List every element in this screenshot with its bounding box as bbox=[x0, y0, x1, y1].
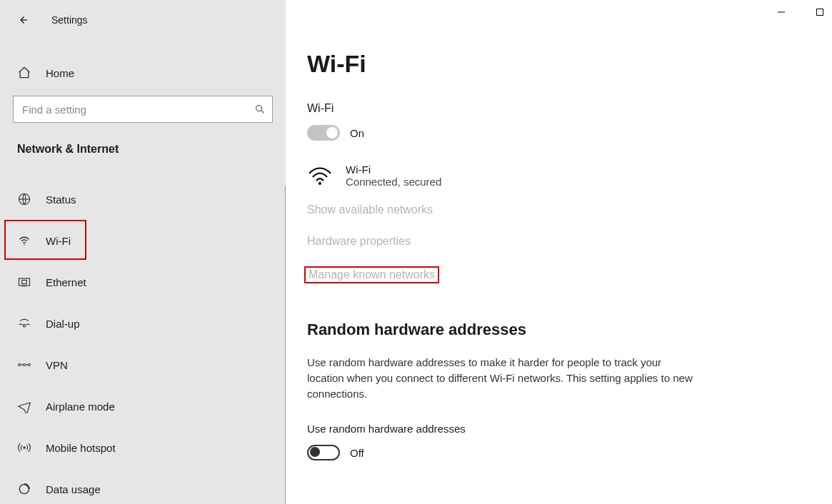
hotspot-icon bbox=[17, 440, 31, 455]
wifi-section-label: Wi-Fi bbox=[307, 102, 832, 115]
sidebar-item-label: Mobile hotspot bbox=[46, 442, 116, 454]
svg-rect-18 bbox=[817, 9, 823, 16]
sidebar-item-airplane[interactable]: Airplane mode bbox=[0, 385, 286, 427]
sidebar-item-label: Data usage bbox=[46, 483, 101, 495]
sidebar-item-label: Airplane mode bbox=[46, 400, 115, 413]
svg-point-3 bbox=[24, 244, 25, 246]
sidebar-item-hotspot[interactable]: Mobile hotspot bbox=[0, 427, 286, 468]
svg-line-1 bbox=[261, 111, 264, 113]
home-icon bbox=[17, 66, 31, 80]
maximize-button[interactable] bbox=[815, 7, 825, 17]
window-controls bbox=[776, 7, 832, 17]
wifi-connection-status[interactable]: Wi-Fi Connected, secured bbox=[307, 163, 832, 188]
vpn-icon bbox=[17, 358, 31, 372]
sidebar-item-datausage[interactable]: Data usage bbox=[0, 468, 286, 504]
connection-name: Wi-Fi bbox=[346, 163, 441, 176]
ethernet-icon bbox=[17, 275, 31, 289]
random-addresses-toggle-row: Off bbox=[307, 445, 832, 460]
sidebar-item-label: Ethernet bbox=[46, 276, 86, 288]
search-icon bbox=[254, 104, 266, 115]
sidebar-item-vpn[interactable]: VPN bbox=[0, 344, 286, 385]
wifi-signal-icon bbox=[307, 165, 333, 186]
page-title: Wi-Fi bbox=[307, 50, 832, 78]
globe-icon bbox=[17, 192, 31, 206]
connection-status: Connected, secured bbox=[346, 176, 441, 188]
sidebar-item-wifi[interactable]: Wi-Fi bbox=[0, 220, 286, 261]
minimize-icon bbox=[777, 8, 786, 16]
sidebar-item-label: Dial-up bbox=[46, 318, 80, 330]
sidebar-category-heading: Network & Internet bbox=[0, 123, 286, 163]
wifi-links: Show available networks Hardware propert… bbox=[307, 203, 832, 283]
wifi-toggle-state: On bbox=[350, 127, 364, 139]
random-addresses-toggle-label: Use random hardware addresses bbox=[307, 423, 832, 435]
sidebar-item-label: VPN bbox=[46, 359, 68, 371]
svg-rect-5 bbox=[22, 281, 27, 284]
search-container bbox=[13, 96, 273, 123]
svg-point-12 bbox=[28, 363, 30, 366]
wifi-icon bbox=[17, 233, 31, 248]
dialup-icon bbox=[17, 316, 31, 331]
sidebar-item-status[interactable]: Status bbox=[0, 178, 286, 220]
random-addresses-toggle-state: Off bbox=[350, 447, 364, 459]
svg-point-19 bbox=[319, 182, 321, 185]
sidebar-item-label: Wi-Fi bbox=[46, 235, 71, 247]
back-button[interactable] bbox=[14, 11, 31, 29]
sidebar-nav: Status Wi-Fi Ethernet Dial-up VPN bbox=[0, 178, 286, 504]
sidebar-home-label: Home bbox=[46, 67, 74, 79]
sidebar-item-label: Status bbox=[46, 193, 76, 206]
svg-point-0 bbox=[256, 106, 262, 111]
main-pane: Wi-Fi Wi-Fi On Wi-Fi Connected, secured … bbox=[286, 0, 832, 504]
svg-point-9 bbox=[23, 325, 25, 327]
titlebar: Settings bbox=[0, 7, 286, 33]
svg-point-11 bbox=[23, 363, 25, 366]
back-arrow-icon bbox=[16, 14, 29, 26]
sidebar-item-ethernet[interactable]: Ethernet bbox=[0, 261, 286, 303]
wifi-toggle[interactable] bbox=[307, 125, 340, 141]
svg-rect-4 bbox=[19, 278, 30, 286]
sidebar-item-dialup[interactable]: Dial-up bbox=[0, 303, 286, 344]
minimize-button[interactable] bbox=[776, 7, 786, 17]
maximize-icon bbox=[816, 8, 824, 16]
sidebar-home[interactable]: Home bbox=[0, 57, 286, 89]
svg-point-10 bbox=[19, 363, 21, 366]
wifi-toggle-row: On bbox=[307, 125, 832, 141]
settings-sidebar: Settings Home Network & Internet Status … bbox=[0, 0, 286, 504]
random-addresses-description: Use random hardware addresses to make it… bbox=[307, 355, 700, 401]
search-input[interactable] bbox=[13, 96, 273, 123]
data-usage-icon bbox=[17, 482, 31, 496]
link-show-available-networks[interactable]: Show available networks bbox=[307, 203, 433, 216]
svg-point-15 bbox=[23, 446, 25, 448]
airplane-icon bbox=[17, 399, 31, 413]
window-title: Settings bbox=[51, 14, 88, 26]
random-addresses-toggle[interactable] bbox=[307, 445, 340, 460]
link-manage-known-networks[interactable]: Manage known networks bbox=[304, 266, 439, 283]
link-hardware-properties[interactable]: Hardware properties bbox=[307, 235, 411, 248]
random-addresses-heading: Random hardware addresses bbox=[307, 321, 832, 339]
